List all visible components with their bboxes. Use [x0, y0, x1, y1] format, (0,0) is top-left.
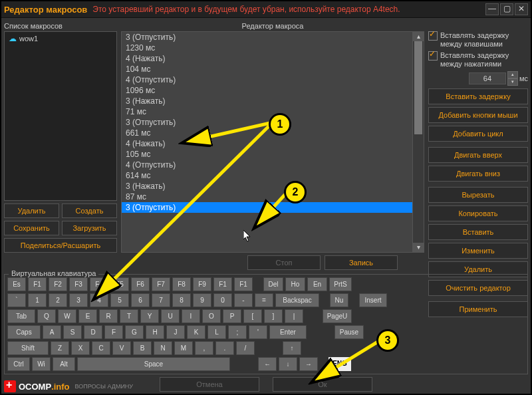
key-↑[interactable]: ↑ — [283, 341, 301, 355]
close-button[interactable]: ✕ — [515, 3, 528, 15]
key-v[interactable]: V — [112, 341, 131, 355]
key-f9[interactable]: F9 — [193, 277, 211, 291]
key-b[interactable]: B — [133, 341, 152, 355]
editor-line[interactable]: 4 (Отпустить) — [122, 160, 412, 170]
ok-button[interactable]: Ок — [273, 377, 372, 392]
key-→[interactable]: → — [299, 357, 318, 371]
key-k[interactable]: K — [187, 325, 205, 339]
editor-line[interactable]: 3 (Нажать) — [122, 181, 412, 192]
key-ho[interactable]: Ho — [285, 277, 305, 291]
key-;[interactable]: ; — [228, 325, 247, 339]
editor-line[interactable]: 104 мс — [122, 64, 412, 74]
key-f4[interactable]: F4 — [90, 277, 108, 291]
cancel-button[interactable]: Отмена — [160, 377, 259, 392]
key--[interactable]: - — [234, 293, 253, 307]
editor-line[interactable]: 105 мс — [122, 149, 412, 160]
editor-line[interactable]: 3 (Отпустить) — [122, 117, 412, 128]
key-4[interactable]: 4 — [90, 293, 108, 307]
create-button[interactable]: Создать — [62, 203, 117, 218]
maximize-button[interactable]: ▢ — [500, 3, 513, 15]
key-shift[interactable]: Shift — [7, 341, 49, 355]
spinner-down[interactable]: ▾ — [507, 78, 518, 86]
key-ctrl[interactable]: Ctrl — [7, 357, 30, 371]
key-del[interactable]: Del — [263, 277, 283, 291]
key-2[interactable]: 2 — [49, 293, 67, 307]
editor-line[interactable]: 87 мс — [122, 192, 412, 202]
key-z[interactable]: Z — [51, 341, 69, 355]
move-up-button[interactable]: Двигать вверх — [428, 147, 528, 163]
key-0[interactable]: 0 — [213, 293, 232, 307]
key-es[interactable]: Es — [7, 277, 26, 291]
key-.[interactable]: . — [215, 341, 234, 355]
editor-line[interactable]: 71 мс — [122, 106, 412, 117]
key-eng[interactable]: ENG — [329, 357, 351, 371]
key-caps[interactable]: Caps — [7, 325, 41, 339]
key-f6[interactable]: F6 — [131, 277, 150, 291]
key-f2[interactable]: F2 — [49, 277, 67, 291]
key-1[interactable]: 1 — [28, 293, 47, 307]
key-r[interactable]: R — [99, 309, 118, 323]
copy-button[interactable]: Копировать — [428, 205, 528, 221]
key-tab[interactable]: Tab — [7, 309, 35, 323]
insert-delay-button[interactable]: Вставить задержку — [428, 88, 528, 104]
key-`[interactable]: ` — [7, 293, 26, 307]
key-en[interactable]: En — [307, 277, 327, 291]
key-g[interactable]: G — [125, 325, 144, 339]
key-8[interactable]: 8 — [172, 293, 191, 307]
key-s[interactable]: S — [63, 325, 82, 339]
add-mouse-button[interactable]: Добавить кнопки мыши — [428, 107, 528, 123]
key-space[interactable]: Space — [77, 357, 230, 371]
key-c[interactable]: C — [92, 341, 110, 355]
key-wi[interactable]: Wi — [32, 357, 51, 371]
key-m[interactable]: M — [174, 341, 193, 355]
key-f7[interactable]: F7 — [152, 277, 170, 291]
key-[[interactable]: [ — [243, 309, 262, 323]
editor-line[interactable]: 4 (Нажать) — [122, 138, 412, 149]
cut-button[interactable]: Вырезать — [428, 187, 528, 203]
key-5[interactable]: 5 — [110, 293, 129, 307]
scrollbar[interactable]: ▴ ▾ — [412, 32, 424, 252]
key-7[interactable]: 7 — [152, 293, 170, 307]
key-'[interactable]: ' — [249, 325, 267, 339]
key-f[interactable]: F — [104, 325, 123, 339]
editor-line[interactable]: 1230 мс — [122, 43, 412, 53]
key-,[interactable]: , — [195, 341, 213, 355]
stop-button[interactable]: Стоп — [247, 255, 321, 270]
editor-line[interactable]: 3 (Нажать) — [122, 96, 412, 106]
key-prts[interactable]: PrtS — [329, 277, 352, 291]
key-backspac[interactable]: Backspac — [275, 293, 319, 307]
key-pageu[interactable]: PageU — [323, 309, 352, 323]
key-enter[interactable]: Enter — [269, 325, 307, 339]
key-|[interactable]: | — [285, 309, 303, 323]
key-alt[interactable]: Alt — [53, 357, 75, 371]
key-w[interactable]: W — [58, 309, 76, 323]
editor-line[interactable]: 3 (Отпустить) — [122, 32, 412, 43]
key-d[interactable]: D — [84, 325, 102, 339]
record-button[interactable]: Запись — [325, 255, 398, 270]
macro-editor[interactable]: 3 (Отпустить)1230 мс4 (Нажать)104 мс4 (О… — [122, 32, 412, 252]
key-o[interactable]: O — [202, 309, 221, 323]
key-9[interactable]: 9 — [193, 293, 211, 307]
key-a[interactable]: A — [43, 325, 61, 339]
minimize-button[interactable]: — — [485, 3, 499, 15]
key-x[interactable]: X — [71, 341, 90, 355]
key-u[interactable]: U — [161, 309, 180, 323]
key-t[interactable]: T — [120, 309, 138, 323]
key-/[interactable]: / — [236, 341, 255, 355]
key-=[interactable]: = — [255, 293, 273, 307]
key-f1[interactable]: F1 — [213, 277, 232, 291]
key-f5[interactable]: F5 — [110, 277, 129, 291]
scroll-up-icon[interactable]: ▴ — [413, 32, 424, 41]
editor-line[interactable]: 661 мс — [122, 128, 412, 138]
editor-line[interactable]: 1096 мс — [122, 85, 412, 96]
key-l[interactable]: L — [207, 325, 226, 339]
key-f1[interactable]: F1 — [28, 277, 47, 291]
key-y[interactable]: Y — [140, 309, 159, 323]
key-h[interactable]: H — [146, 325, 164, 339]
key-n[interactable]: N — [154, 341, 172, 355]
key-pause[interactable]: Pause — [334, 325, 364, 339]
key-f3[interactable]: F3 — [69, 277, 88, 291]
paste-button[interactable]: Вставить — [428, 224, 528, 240]
key-f1[interactable]: F1 — [234, 277, 253, 291]
editor-line[interactable]: 3 (Отпустить) — [122, 202, 412, 213]
